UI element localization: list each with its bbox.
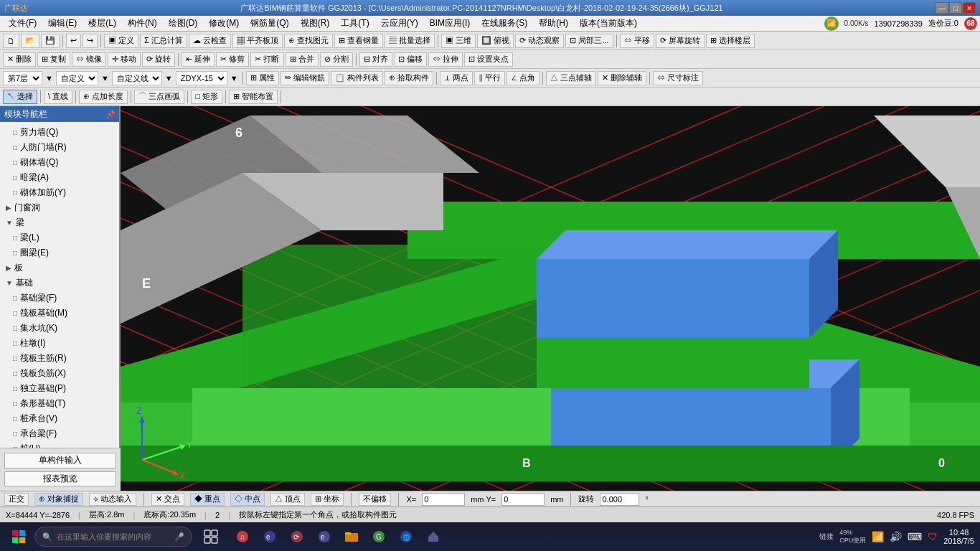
menu-draw[interactable]: 绘图(D) (163, 16, 204, 31)
menu-modify[interactable]: 修改(M) (203, 16, 245, 31)
tb-align[interactable]: ⊟ 对齐 (359, 52, 392, 67)
tb-line[interactable]: \ 直线 (44, 90, 72, 104)
taskbar-app-folder[interactable] (339, 524, 364, 550)
snap-coord[interactable]: ⊞ 坐标 (311, 493, 344, 506)
tree-ringbeam[interactable]: □ 圈梁(E) (3, 245, 116, 260)
tb-selectlayer[interactable]: ⊞ 选择楼层 (706, 34, 755, 48)
y-input[interactable] (501, 493, 545, 506)
tree-foundbeam[interactable]: □ 基础梁(F) (3, 291, 116, 306)
taskbar-app-ie[interactable]: e (257, 524, 283, 550)
tb-cloudcheck[interactable]: ☁ 云检查 (189, 34, 231, 48)
start-button[interactable] (6, 524, 32, 550)
tree-sumppit[interactable]: □ 集水坑(K) (3, 321, 116, 336)
tb-3d[interactable]: ▣ 三维 (441, 34, 476, 48)
tree-anbeam[interactable]: □ 暗梁(A) (3, 170, 116, 185)
tree-pile[interactable]: □ 桩(U) (3, 441, 116, 448)
snap-vertex[interactable]: △ 顶点 (270, 493, 305, 506)
3d-viewport[interactable]: E 6 B 0 Z Y X (121, 106, 980, 491)
tb-split[interactable]: ⊘ 分割 (320, 52, 353, 67)
line-type-select[interactable]: 自定义线 (112, 71, 162, 85)
tb-rect[interactable]: □ 矩形 (191, 90, 222, 104)
menu-component[interactable]: 构件(N) (122, 16, 163, 31)
menu-steel[interactable]: 钢筋量(Q) (245, 16, 294, 31)
tb-attr[interactable]: ⊞ 属性 (246, 71, 279, 85)
maximize-btn[interactable]: □ (949, 2, 962, 14)
tb-move[interactable]: ✛ 移动 (108, 52, 141, 67)
tb-editsteel[interactable]: ✏ 编辑钢筋 (281, 71, 329, 85)
tb-flatten[interactable]: ⇔ 平移 (620, 34, 654, 48)
system-clock[interactable]: 10:48 2018/7/5 (943, 528, 974, 545)
taskbar-app-home[interactable] (420, 524, 446, 550)
zdyx-select[interactable]: ZDYX-15 (176, 71, 227, 85)
tb-autoplace[interactable]: ⊞ 智能布置 (229, 90, 278, 104)
tb-open[interactable]: 📂 (21, 34, 39, 48)
panel-pin[interactable]: 📌 (106, 110, 115, 118)
tree-defwall[interactable]: □ 人防门墙(R) (3, 140, 116, 155)
tb-new[interactable]: 🗋 (3, 34, 19, 48)
taskbar-search[interactable]: 🔍 在这里输入你要搜索的内容 🎤 (34, 527, 192, 547)
tb-setgrip[interactable]: ⊡ 设置夹点 (464, 52, 513, 67)
tb-birdview[interactable]: 🔲 俯视 (477, 34, 514, 48)
tree-shearwall[interactable]: □ 剪力墙(Q) (3, 125, 116, 140)
tree-doorwin[interactable]: ▶ 门窗洞 (3, 200, 116, 215)
tb-ptlen[interactable]: ⊕ 点加长度 (79, 90, 128, 104)
menu-bim[interactable]: BIM应用(I) (424, 16, 476, 31)
tb-pick[interactable]: ⊕ 拾取构件 (385, 71, 433, 85)
task-view-btn[interactable] (198, 524, 224, 550)
menu-version[interactable]: 版本(当前版本) (574, 16, 643, 31)
tree-raftfound[interactable]: □ 筏板基础(M) (3, 306, 116, 321)
tree-raftmain[interactable]: □ 筏板主筋(R) (3, 351, 116, 366)
taskbar-app-glodon[interactable]: G (366, 524, 392, 550)
tb-delete[interactable]: ✕ 删除 (3, 52, 36, 67)
taskbar-app-music[interactable]: ♫ (230, 524, 255, 550)
tree-beam-group[interactable]: ▼ 梁 (3, 215, 116, 230)
menu-floor[interactable]: 楼层(L) (83, 16, 122, 31)
tb-delaux[interactable]: ✕ 删除辅轴 (598, 71, 646, 85)
tree-stripfound[interactable]: □ 条形基础(T) (3, 396, 116, 411)
tree-masonrywall[interactable]: □ 砌体墙(Q) (3, 155, 116, 170)
tb-redo[interactable]: ↪ (83, 34, 98, 48)
tree-indfound[interactable]: □ 独立基础(P) (3, 381, 116, 396)
tb-ptangle[interactable]: ∠ 点角 (507, 71, 540, 85)
snap-endpoint[interactable]: ◆ 重点 (190, 493, 225, 506)
tb-viewsteel[interactable]: ⊞ 查看钢量 (334, 34, 383, 48)
tree-beam[interactable]: □ 梁(L) (3, 230, 116, 245)
tb-localview[interactable]: ⊡ 局部三... (565, 34, 613, 48)
tree-foundation-group[interactable]: ▼ 基础 (3, 276, 116, 291)
tb-complist[interactable]: 📋 构件列表 (331, 71, 383, 85)
snap-ortho[interactable]: 正交 (4, 493, 29, 506)
single-component-btn[interactable]: 单构件输入 (4, 453, 116, 468)
menu-online[interactable]: 在线服务(S) (476, 16, 533, 31)
snap-dynamic[interactable]: ⟡ 动态输入 (89, 493, 136, 506)
minimize-btn[interactable]: — (936, 2, 948, 14)
tb-batchsel[interactable]: ▤ 批量选择 (385, 34, 435, 48)
tb-extend[interactable]: ⇤ 延伸 (182, 52, 215, 67)
menu-file[interactable]: 文件(F) (3, 16, 42, 31)
tb-rotate[interactable]: ⟳ 旋转 (142, 52, 175, 67)
tree-raftneg[interactable]: □ 筏板负筋(X) (3, 366, 116, 381)
menu-view[interactable]: 视图(R) (295, 16, 336, 31)
tb-screenrotate[interactable]: ⟳ 屏幕旋转 (656, 34, 705, 48)
tb-break[interactable]: ✂ 打断 (250, 52, 283, 67)
menu-help[interactable]: 帮助(H) (533, 16, 574, 31)
tb-copy[interactable]: ⊞ 复制 (37, 52, 70, 67)
tb-triaux[interactable]: △ 三点辅轴 (546, 71, 596, 85)
taskbar-app-ie2[interactable]: e (311, 524, 337, 550)
rotate-input[interactable] (600, 493, 639, 506)
tb-dynamic[interactable]: ⟳ 动态观察 (515, 34, 564, 48)
tb-define[interactable]: ▣ 定义 (104, 34, 138, 48)
tb-dimmark[interactable]: ⇔ 尺寸标注 (653, 71, 703, 85)
snap-object[interactable]: ⊕ 对象捕捉 (34, 493, 83, 506)
tb-select[interactable]: ↖ 选择 (3, 90, 37, 104)
taskbar-app-globe[interactable]: 🌐 (393, 524, 419, 550)
tb-save[interactable]: 💾 (41, 34, 60, 48)
snap-noshift[interactable]: 不偏移 (359, 493, 391, 506)
tb-sum[interactable]: Σ 汇总计算 (140, 34, 187, 48)
tree-pilecap[interactable]: □ 桩承台(V) (3, 411, 116, 426)
snap-intersect[interactable]: ✕ 交点 (151, 493, 184, 506)
layer-def-select[interactable]: 自定义 (56, 71, 98, 85)
tb-flatplate[interactable]: ▦ 平齐板顶 (232, 34, 283, 48)
snap-midpoint[interactable]: ◇ 中点 (230, 493, 265, 506)
tree-slab[interactable]: ▶ 板 (3, 260, 116, 276)
menu-tools[interactable]: 工具(T) (335, 16, 374, 31)
